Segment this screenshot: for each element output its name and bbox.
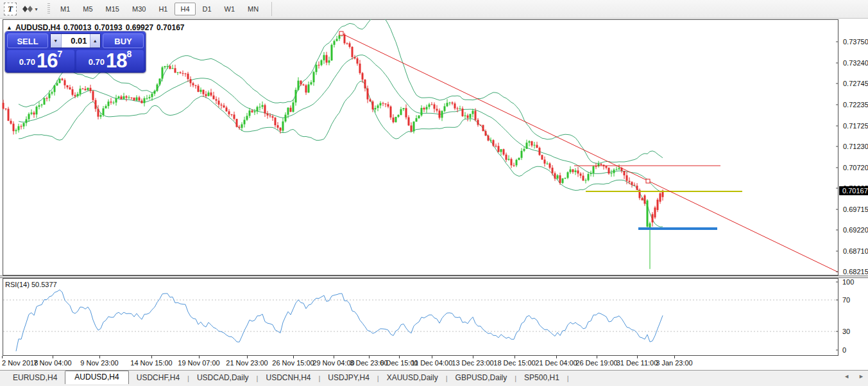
buy-price-sup: 8 <box>127 50 132 58</box>
timeframe-button-H1[interactable]: H1 <box>153 3 173 15</box>
time-tick-label: 7 Nov 04:00 <box>33 359 71 367</box>
chart-workspace: ▲ AUDUSD,H4 0.70013 0.70193 0.69927 0.70… <box>0 19 868 370</box>
price-tick-label: 0.69715 <box>843 205 868 214</box>
price-tick-label: 0.71230 <box>843 142 868 151</box>
timeframe-button-M5[interactable]: M5 <box>77 3 98 15</box>
time-axis[interactable]: 2 Nov 20187 Nov 04:009 Nov 23:0014 Nov 1… <box>0 356 868 370</box>
time-tick-label: 9 Nov 23:00 <box>80 359 118 367</box>
sell-price-big: 16 <box>37 53 57 69</box>
timeframe-button-W1[interactable]: W1 <box>219 3 241 15</box>
buy-price-big: 18 <box>106 53 126 69</box>
time-tick <box>151 356 152 358</box>
time-tick-label: 13 Dec 23:00 <box>452 359 493 367</box>
time-tick <box>399 356 400 358</box>
timeframe-button-H4[interactable]: H4 <box>174 3 195 15</box>
trendline-handle[interactable] <box>339 31 343 35</box>
objects-tool-button[interactable]: ▾ <box>19 3 41 15</box>
collapse-panel-icon[interactable]: ▲ <box>6 24 12 31</box>
price-tick-label: 0.73240 <box>843 58 868 67</box>
time-tick <box>53 356 53 358</box>
tab-item-SP500-H1[interactable]: SP500,H1 <box>516 371 567 384</box>
time-tick <box>556 356 557 358</box>
low-value: 0.69927 <box>126 23 153 32</box>
buy-price-prefix: 0.70 <box>89 55 105 69</box>
time-tick <box>369 356 370 358</box>
time-tick-label: 31 Dec 11:00 <box>617 359 658 367</box>
tab-item-USDCHF-H4[interactable]: USDCHF,H4 <box>129 371 187 384</box>
tab-separator: | <box>567 373 569 384</box>
sell-price[interactable]: 0.70 16 7 <box>7 50 74 71</box>
chevron-down-icon: ▾ <box>35 6 37 12</box>
volume-increase-button[interactable]: ▲ <box>90 34 101 48</box>
time-tick <box>473 356 473 358</box>
double-diamond-icon <box>22 4 33 13</box>
tab-item-USDJPY-H4[interactable]: USDJPY,H4 <box>320 371 377 384</box>
tab-scroll-left-button[interactable]: ◄ <box>844 373 849 380</box>
time-tick-label: 14 Nov 15:00 <box>130 359 172 367</box>
time-tick <box>334 356 334 358</box>
time-tick <box>674 356 675 358</box>
ohlc-header: ▲ AUDUSD,H4 0.70013 0.70193 0.69927 0.70… <box>6 23 185 32</box>
tab-item-AUDUSD-H4[interactable]: AUDUSD,H4 <box>65 371 128 384</box>
tab-item-USDCNH-H4[interactable]: USDCNH,H4 <box>258 371 318 384</box>
volume-stepper: ▼ ▲ <box>50 33 101 48</box>
timeframe-button-D1[interactable]: D1 <box>197 3 217 15</box>
price-tick-label: 0.73750 <box>843 37 868 46</box>
text-tool-button[interactable]: T <box>4 3 17 15</box>
time-tick-label: 26 Nov 15:00 <box>272 359 314 367</box>
time-tick-label: 21 Dec 04:00 <box>535 359 577 367</box>
close-value: 0.70167 <box>157 23 184 32</box>
time-tick <box>199 356 200 358</box>
price-tick-label: 0.69220 <box>843 225 868 234</box>
trendline[interactable] <box>341 33 838 272</box>
time-tick <box>247 356 248 358</box>
sell-price-sup: 7 <box>58 50 63 58</box>
time-tick-label: 19 Nov 07:00 <box>178 359 219 367</box>
tab-item-EURUSD-H4[interactable]: EURUSD,H4 <box>5 371 65 384</box>
time-tick <box>597 356 597 358</box>
tab-item-XAUUSD-Daily[interactable]: XAUUSD,Daily <box>379 371 446 384</box>
time-tick-label: 2 Nov 2018 <box>2 359 38 367</box>
time-tick <box>515 356 515 358</box>
time-tick-label: 26 Dec 19:00 <box>575 359 617 367</box>
open-value: 0.70013 <box>64 23 91 32</box>
price-tick-label: 0.68215 <box>843 267 868 276</box>
timeframe-button-M1[interactable]: M1 <box>55 3 76 15</box>
timeframe-button-M15[interactable]: M15 <box>100 3 125 15</box>
trendline-handle[interactable] <box>646 179 650 183</box>
symbol-period-label: AUDUSD,H4 <box>15 23 60 32</box>
rsi-pane-frame <box>3 279 838 356</box>
buy-price[interactable]: 0.70 18 8 <box>76 50 144 71</box>
toolbar-grip[interactable] <box>47 3 50 15</box>
time-tick-label: 18 Dec 15:00 <box>493 359 535 367</box>
time-tick <box>99 356 100 358</box>
rsi-label: RSI(14) 50.5377 <box>5 281 57 288</box>
timeframe-toolbar: M1M5M15M30H1H4D1W1MN <box>54 3 265 15</box>
sell-button[interactable]: SELL <box>7 33 48 48</box>
rsi-chart[interactable] <box>0 278 868 356</box>
rsi-axis-label: 100 <box>842 278 854 286</box>
tab-item-GBPUSD-Daily[interactable]: GBPUSD,Daily <box>448 371 515 384</box>
volume-decrease-button[interactable]: ▼ <box>51 34 62 48</box>
price-tick-label: 0.71725 <box>843 121 868 130</box>
price-tick-label: 0.72235 <box>843 100 868 109</box>
tab-scroll-right-button[interactable]: ► <box>858 373 864 380</box>
time-tick-label: 29 Nov 04:00 <box>312 359 354 367</box>
price-tick-label: 0.68710 <box>843 247 868 256</box>
time-tick-label: 11 Dec 04:00 <box>411 359 453 367</box>
price-tick-label: 0.72745 <box>843 79 868 88</box>
rsi-axis-label: 30 <box>842 328 850 335</box>
time-tick <box>293 356 294 358</box>
current-price-badge: 0.70167 <box>839 186 868 195</box>
timeframe-button-MN[interactable]: MN <box>242 3 264 15</box>
tab-item-USDCAD-Daily[interactable]: USDCAD,Daily <box>189 371 257 384</box>
price-tick-label: 0.70720 <box>843 163 868 172</box>
buy-button[interactable]: BUY <box>103 33 144 48</box>
high-value: 0.70193 <box>94 23 122 32</box>
time-tick-label: 3 Jan 23:00 <box>656 359 693 367</box>
time-tick-label: 21 Nov 23:00 <box>226 359 268 367</box>
volume-input[interactable] <box>62 34 90 48</box>
timeframe-button-M30[interactable]: M30 <box>126 3 151 15</box>
time-tick <box>637 356 638 358</box>
rsi-axis-label: 0 <box>842 346 846 354</box>
